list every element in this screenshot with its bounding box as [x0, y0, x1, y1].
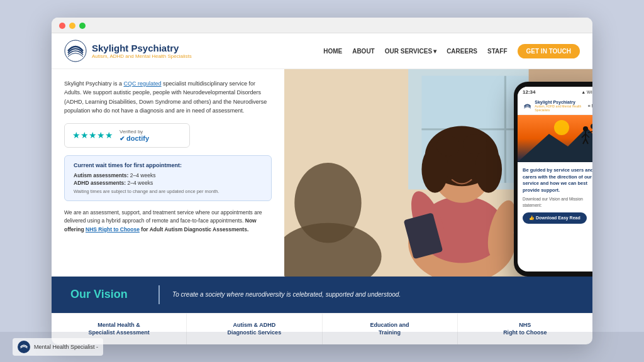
- nhs-link[interactable]: NHS Right to Choose: [86, 226, 140, 233]
- mobile-body-text: Download our Vision and Mission statemen…: [523, 196, 592, 209]
- mobile-hero-image: [518, 115, 592, 162]
- hero-section: Skylight Psychiatry is a CQC regulated s…: [52, 69, 592, 277]
- adhd-wait-row: ADHD assessments: 2–4 weeks: [74, 180, 262, 186]
- wait-times-box: Current wait times for first appointment…: [64, 155, 272, 201]
- logo-icon: [64, 40, 87, 62]
- browser-chrome: [52, 18, 592, 33]
- autism-wait-value: 2–4 weeks: [130, 172, 156, 178]
- nav: Skylight Psychiatry Autism, ADHD and Men…: [52, 33, 592, 69]
- mobile-download-label: Download our Vision and Mission statemen…: [523, 197, 583, 207]
- vision-text: To create a society where neurodiversity…: [172, 291, 401, 298]
- mobile-nav: Skylight Psychiatry Autism, ADHD and Men…: [518, 97, 592, 115]
- mobile-logo-text: Skylight Psychiatry Autism, ADHD and Men…: [535, 100, 587, 112]
- verified-by-block: Verified by ✔ doctify: [119, 129, 149, 142]
- mobile-status-bar: 12:34 ▲ WiFi 🔋: [518, 87, 592, 97]
- mobile-logo-icon: [523, 101, 532, 112]
- mobile-screen: 12:34 ▲ WiFi 🔋: [518, 87, 592, 272]
- logo-text-block: Skylight Psychiatry Autism, ADHD and Men…: [92, 43, 192, 59]
- vision-divider: [158, 285, 160, 304]
- mobile-device: 12:34 ▲ WiFi 🔋: [514, 82, 592, 277]
- svg-point-14: [463, 134, 487, 154]
- stars-rating: ★★★★★: [72, 130, 113, 140]
- mobile-content: Be guided by service users and carers wi…: [518, 162, 592, 272]
- hero-intro-text: Skylight Psychiatry is a CQC regulated s…: [64, 79, 272, 116]
- taskbar: Mental Health Specialist -: [0, 332, 644, 362]
- wait-times-title: Current wait times for first appointment…: [74, 162, 262, 168]
- chevron-down-icon: ▾: [433, 48, 436, 55]
- svg-point-19: [294, 163, 361, 243]
- adhd-wait-label: ADHD assessments:: [74, 180, 126, 186]
- browser-window: Skylight Psychiatry Autism, ADHD and Men…: [52, 18, 592, 344]
- nav-careers[interactable]: CAREERS: [447, 48, 477, 55]
- nav-home[interactable]: HOME: [323, 48, 342, 55]
- adhd-wait-value: 2–4 weeks: [128, 180, 153, 186]
- taskbar-label: Mental Health Specialist -: [34, 344, 98, 350]
- maximize-dot[interactable]: [79, 23, 86, 29]
- hero-left: Skylight Psychiatry is a CQC regulated s…: [52, 69, 284, 277]
- vision-section: Our Vision To create a society where neu…: [52, 277, 592, 313]
- taskbar-item[interactable]: Mental Health Specialist -: [13, 338, 103, 356]
- doctify-check-icon: ✔: [119, 135, 125, 142]
- vision-title: Our Vision: [70, 288, 146, 301]
- minimize-dot[interactable]: [69, 23, 75, 29]
- hero-image: 12:34 ▲ WiFi 🔋: [284, 69, 592, 277]
- nav-about[interactable]: ABOUT: [352, 48, 375, 55]
- verified-text: Verified by: [119, 129, 143, 134]
- nav-services[interactable]: OUR SERVICES ▾: [385, 48, 436, 55]
- mobile-status-icons: ▲ WiFi 🔋: [581, 90, 592, 95]
- mobile-menu-button[interactable]: ≡ Menu: [587, 104, 592, 108]
- logo-title: Skylight Psychiatry: [92, 43, 192, 53]
- logo-area: Skylight Psychiatry Autism, ADHD and Men…: [64, 40, 323, 62]
- cqc-link[interactable]: CQC regulated: [124, 80, 162, 87]
- svg-point-22: [554, 120, 569, 135]
- nav-links: HOME ABOUT OUR SERVICES ▾ CAREERS STAFF …: [323, 44, 580, 58]
- taskbar-favicon: [18, 341, 30, 353]
- logo-subtitle: Autism, ADHD and Mental Health Specialis…: [92, 53, 192, 59]
- stars-box: ★★★★★ Verified by ✔ doctify: [64, 123, 190, 148]
- hero-description: We are an assessment, support, and treat…: [64, 209, 272, 234]
- nav-staff[interactable]: STAFF: [487, 48, 507, 55]
- doctify-logo: ✔ doctify: [119, 134, 149, 142]
- mobile-time: 12:34: [523, 89, 535, 95]
- get-in-touch-button[interactable]: GET IN TOUCH: [518, 44, 580, 58]
- close-dot[interactable]: [59, 23, 65, 29]
- autism-wait-row: Autism assessments: 2–4 weeks: [74, 172, 262, 178]
- mobile-heading: Be guided by service users and carers wi…: [523, 167, 592, 194]
- mobile-logo-area: Skylight Psychiatry Autism, ADHD and Men…: [523, 100, 587, 112]
- svg-point-24: [583, 126, 588, 131]
- browser-content: Skylight Psychiatry Autism, ADHD and Men…: [52, 33, 592, 344]
- autism-wait-label: Autism assessments:: [74, 172, 128, 178]
- nhs-bold: Now offering NHS Right to Choose for Adu…: [64, 217, 257, 233]
- mobile-download-button[interactable]: 👍 Download Easy Read: [523, 212, 587, 224]
- svg-point-13: [436, 136, 460, 156]
- wait-times-note: Waiting times are subject to change and …: [74, 189, 262, 194]
